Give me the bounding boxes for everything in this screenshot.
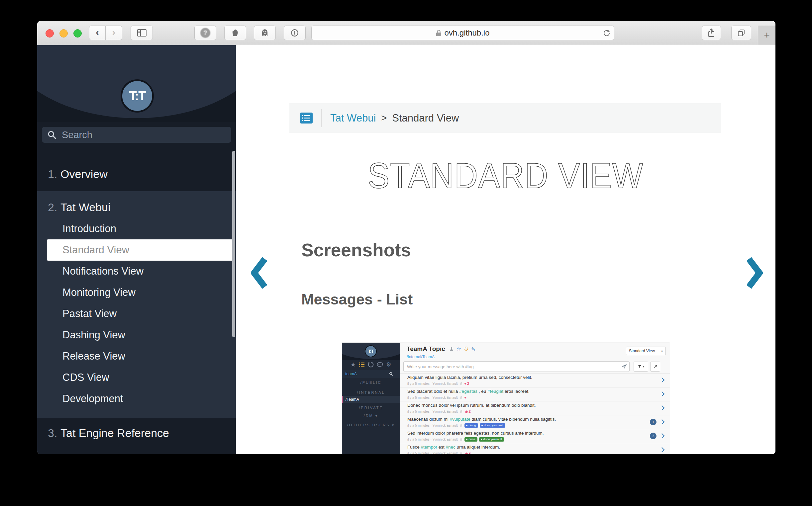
sidebar-item-introduction[interactable]: Introduction bbox=[37, 218, 236, 239]
back-button[interactable]: ‹ bbox=[89, 25, 106, 40]
item-label: Tat Engine Reference bbox=[61, 427, 169, 440]
item-number: 4. bbox=[48, 453, 61, 454]
thumbs-up-reactions: 2 bbox=[464, 409, 471, 413]
message-text: Fusce #tempor est #nec urna aliquet inte… bbox=[407, 444, 500, 449]
channel-others-users: /OTHERS USERS ▾ bbox=[342, 423, 400, 427]
tat-logo[interactable]: T:T bbox=[121, 79, 154, 112]
channel-internal: /INTERNAL bbox=[342, 391, 400, 395]
hashtag: #tempor bbox=[421, 444, 438, 449]
item-label: CDS View bbox=[63, 371, 109, 384]
chevron-down-icon: ▾ bbox=[661, 349, 663, 353]
message-text: Donec rhoncus dolor vel ipsum rutrum, at… bbox=[407, 403, 535, 408]
section-heading: Screenshots bbox=[301, 239, 411, 261]
hashtag: #vulputate bbox=[450, 417, 470, 422]
chat-bubble-icon bbox=[377, 362, 383, 367]
close-window-button[interactable] bbox=[46, 29, 54, 37]
reload-button[interactable] bbox=[603, 29, 611, 37]
breadcrumb-divider bbox=[321, 109, 321, 127]
extension-ghost-button[interactable] bbox=[254, 25, 276, 40]
paperclip-icon bbox=[459, 410, 463, 413]
message-meta-text: il y a 5 minutes - Yvonnick Esnault bbox=[407, 396, 458, 400]
extension-keyhole-button[interactable] bbox=[284, 25, 306, 40]
open-message-chevron-icon bbox=[660, 447, 665, 452]
share-button[interactable] bbox=[702, 25, 721, 40]
item-number: 2. bbox=[48, 201, 61, 214]
chevron-down-icon: ▾ bbox=[375, 414, 378, 418]
star-outline-icon: ☆ bbox=[456, 346, 461, 352]
paperclip-icon bbox=[459, 451, 463, 454]
reply-count-badge: 1 bbox=[650, 419, 657, 425]
sidebar-item-pastat-view[interactable]: Pastat View bbox=[37, 303, 236, 324]
page-title: STANDARD VIEW bbox=[236, 155, 776, 198]
app-message-input bbox=[406, 364, 622, 369]
search-icon bbox=[47, 130, 57, 140]
sidebar-item-tat-cli-reference[interactable]: 4. Tat CLI Reference bbox=[37, 446, 236, 454]
ghost-icon bbox=[261, 28, 269, 37]
breadcrumb-separator: > bbox=[381, 112, 387, 123]
browser-toolbar: ‹ › ? bbox=[37, 21, 776, 45]
minimize-window-button[interactable] bbox=[60, 29, 68, 37]
app-message-list: Aliquam vitae ligula lacinia, pretium ur… bbox=[400, 373, 670, 454]
item-label: Overview bbox=[61, 168, 107, 181]
app-topic-header: TeamA Topic ☆ ✎ bbox=[407, 345, 475, 353]
item-label: Introduction bbox=[63, 223, 116, 235]
lock-icon bbox=[436, 29, 442, 36]
paperclip-icon bbox=[459, 438, 463, 441]
sidebar-item-tat-engine-reference[interactable]: 3. Tat Engine Reference bbox=[37, 420, 236, 446]
tab-overview-button[interactable] bbox=[731, 25, 751, 40]
item-label: Pastat View bbox=[63, 308, 117, 320]
app-message-composer bbox=[403, 361, 630, 372]
tat-logo-text: T:T bbox=[129, 89, 146, 103]
history-icon bbox=[368, 361, 374, 367]
sidebar-toggle-button[interactable] bbox=[131, 25, 153, 40]
hashtag: #feugiat bbox=[488, 389, 503, 394]
message-text: Maecenas dictum mi #vulputate diam cursu… bbox=[407, 417, 556, 422]
item-label: Dashing View bbox=[63, 329, 125, 341]
sidebar-item-dashing-view[interactable]: Dashing View bbox=[37, 324, 236, 346]
sidebar-item-overview[interactable]: 1. Overview bbox=[37, 161, 236, 187]
search-input[interactable] bbox=[61, 129, 209, 141]
message-row: Aliquam vitae ligula lacinia, pretium ur… bbox=[400, 373, 670, 387]
toc-icon[interactable] bbox=[300, 112, 313, 123]
item-label: Development bbox=[63, 393, 123, 405]
breadcrumb-section-link[interactable]: Tat Webui bbox=[330, 112, 376, 124]
paperclip-icon bbox=[459, 396, 463, 400]
app-filter-button: ▾ bbox=[634, 361, 648, 371]
page-title-text: STANDARD VIEW bbox=[368, 155, 644, 195]
zoom-window-button[interactable] bbox=[73, 29, 82, 37]
heart-icon: ♥ bbox=[469, 451, 471, 454]
sidebar-nav: 1. Overview 2. Tat Webui Introduction St… bbox=[37, 145, 236, 454]
question-icon: ? bbox=[200, 28, 210, 38]
hand-icon bbox=[231, 28, 239, 37]
sidebar-item-development[interactable]: Development bbox=[37, 388, 236, 409]
open-message-chevron-icon bbox=[660, 433, 665, 439]
thumbs-up-icon bbox=[464, 410, 468, 413]
sidebar-search[interactable] bbox=[42, 127, 231, 143]
url-bar[interactable]: ovh.github.io bbox=[311, 25, 614, 40]
sidebar-item-monitoring-view[interactable]: Monitoring View bbox=[37, 282, 236, 303]
sidebar-item-tat-webui[interactable]: 2. Tat Webui bbox=[37, 194, 236, 221]
sidebar-item-cds-view[interactable]: CDS View bbox=[37, 367, 236, 388]
next-page-arrow[interactable] bbox=[747, 257, 763, 289]
prev-page-arrow[interactable] bbox=[251, 257, 267, 289]
forward-button[interactable]: › bbox=[106, 25, 122, 40]
sidebar-item-release-view[interactable]: Release View bbox=[37, 346, 236, 367]
sidebar-item-notifications-view[interactable]: Notifications View bbox=[37, 261, 236, 282]
app-topic-search bbox=[342, 370, 400, 378]
screenshot-stage: ‹ › ? bbox=[0, 0, 812, 506]
sidebar-scrollbar-thumb[interactable] bbox=[232, 151, 235, 337]
sidebar-item-standard-view[interactable]: Standard View bbox=[47, 239, 233, 261]
hashtag: #egestas bbox=[459, 389, 477, 394]
plus-icon: + bbox=[764, 29, 770, 41]
item-label: Tat Webui bbox=[61, 201, 110, 214]
extension-help-button[interactable]: ? bbox=[194, 25, 216, 40]
tat-webui-screenshot: T:T ★ ⚙ bbox=[342, 343, 670, 454]
send-icon bbox=[622, 364, 626, 369]
settings-gears-icon: ⚙ bbox=[386, 361, 391, 367]
message-meta-text: il y a 5 minutes - Yvonnick Esnault bbox=[407, 451, 458, 454]
page-content: T:T 1. Overview 2. Tat Webui bbox=[37, 45, 776, 454]
extension-hand-button[interactable] bbox=[224, 25, 246, 40]
tabs-icon bbox=[737, 28, 746, 37]
app-sidebar-icons: ★ ⚙ bbox=[342, 360, 400, 369]
new-tab-button[interactable]: + bbox=[758, 25, 776, 45]
